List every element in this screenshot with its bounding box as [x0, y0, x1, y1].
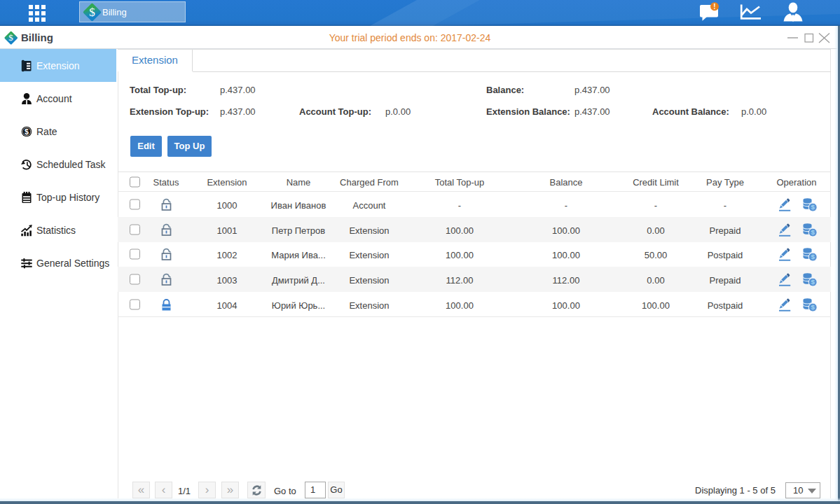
svg-text:$: $: [25, 127, 29, 135]
svg-text:!: !: [713, 3, 715, 10]
